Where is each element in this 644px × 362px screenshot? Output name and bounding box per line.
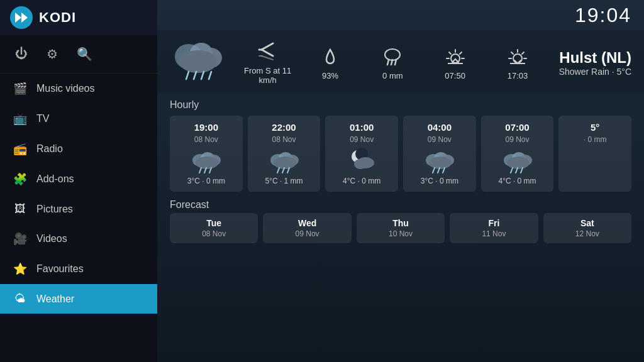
sunset-value: 17:03: [508, 71, 528, 80]
sidebar-item-radio[interactable]: 📻 Radio: [0, 134, 157, 164]
stat-rain: 0 mm: [364, 46, 421, 80]
forecast-date-2: 10 Nov: [389, 229, 413, 238]
hourly-time-5: 5°: [591, 122, 599, 133]
forecast-card-2[interactable]: Thu 10 Nov: [357, 213, 445, 243]
radio-icon: 📻: [13, 142, 28, 156]
hourly-card-5[interactable]: 5° · 0 mm: [558, 116, 631, 192]
forecast-day-1: Wed: [298, 218, 316, 228]
sidebar-item-weather[interactable]: 🌤 Weather: [0, 284, 157, 314]
stat-sunset: 17:03: [489, 46, 546, 80]
hourly-card-2[interactable]: 01:00 09 Nov 4°C · 0 mm: [325, 116, 398, 192]
hourly-card-1[interactable]: 22:00 08 Nov 5°C · 1 mm: [248, 116, 321, 192]
videos-icon: 🎥: [13, 232, 28, 246]
hourly-time-4: 07:00: [505, 122, 529, 133]
svg-point-62: [507, 156, 530, 169]
sidebar: KODI ⏻ ⚙ 🔍 🎬 Music videos 📺 TV 📻 Radio 🧩…: [0, 0, 157, 362]
hourly-card-3[interactable]: 04:00 09 Nov 3°C · 0 mm: [403, 116, 476, 192]
sidebar-label-weather: Weather: [36, 293, 74, 305]
hourly-card-0[interactable]: 19:00 08 Nov 3°C · 0 mm: [170, 116, 243, 192]
search-button[interactable]: 🔍: [77, 47, 92, 62]
forecast-date-0: 08 Nov: [202, 229, 226, 238]
sidebar-item-addons[interactable]: 🧩 Add-ons: [0, 164, 157, 194]
power-button[interactable]: ⏻: [15, 47, 28, 62]
svg-line-11: [262, 43, 273, 50]
sidebar-label-addons: Add-ons: [36, 173, 74, 185]
sidebar-label-pictures: Pictures: [36, 204, 73, 215]
sidebar-item-favourites[interactable]: ⭐ Favourites: [0, 254, 157, 284]
settings-button[interactable]: ⚙: [47, 47, 58, 62]
forecast-card-4[interactable]: Sat 12 Nov: [543, 213, 631, 243]
hourly-temp-2: 4°C · 0 mm: [343, 177, 380, 185]
svg-line-7: [186, 72, 189, 79]
forecast-day-4: Sat: [580, 218, 594, 228]
hourly-date-5: · 0 mm: [584, 135, 607, 144]
hourly-time-1: 22:00: [272, 122, 296, 133]
svg-line-8: [194, 72, 196, 79]
main-content: 19:04: [157, 0, 644, 362]
sidebar-item-music-videos[interactable]: 🎬 Music videos: [0, 74, 157, 104]
sidebar-item-pictures[interactable]: 🖼 Pictures: [0, 194, 157, 224]
svg-line-10: [209, 72, 211, 79]
rain-value: 0 mm: [382, 71, 403, 80]
forecast-day-2: Thu: [392, 218, 409, 228]
kodi-logo-icon: [10, 6, 33, 29]
weather-stats-row: From S at 11km/h 93% 0 mm: [236, 41, 549, 85]
forecast-card-1[interactable]: Wed 09 Nov: [263, 213, 351, 243]
hourly-temp-3: 3°C · 0 mm: [421, 177, 458, 185]
hourly-card-4[interactable]: 07:00 09 Nov 4°C · 0 mm: [481, 116, 554, 192]
current-weather-icon: [170, 36, 226, 89]
svg-line-38: [199, 168, 201, 173]
hourly-section-label: Hourly: [157, 94, 644, 113]
hourly-cards-container: 19:00 08 Nov 3°C · 0 mm 22:00 08 Nov: [157, 113, 644, 194]
forecast-card-3[interactable]: Fri 11 Nov: [450, 213, 538, 243]
music-videos-icon: 🎬: [13, 82, 28, 96]
hourly-date-2: 09 Nov: [350, 135, 374, 144]
main-nav: 🎬 Music videos 📺 TV 📻 Radio 🧩 Add-ons 🖼 …: [0, 74, 157, 362]
app-header: KODI: [0, 0, 157, 35]
forecast-day-3: Fri: [488, 218, 499, 228]
hourly-date-3: 09 Nov: [428, 135, 452, 144]
sidebar-label-tv: TV: [36, 113, 49, 124]
location-name: Hulst (NL): [559, 49, 631, 67]
sidebar-label-favourites: Favourites: [36, 263, 84, 275]
svg-point-37: [196, 156, 218, 169]
svg-line-12: [262, 50, 273, 56]
topbar: 19:04: [157, 0, 644, 30]
hourly-icon-4: [501, 146, 534, 174]
sidebar-toolbar: ⏻ ⚙ 🔍: [0, 35, 157, 74]
svg-line-14: [262, 56, 273, 60]
stat-sunrise: 07:50: [427, 46, 484, 80]
sidebar-label-radio: Radio: [36, 143, 63, 155]
forecast-date-3: 11 Nov: [482, 229, 506, 238]
svg-line-32: [522, 52, 524, 54]
hourly-date-1: 08 Nov: [272, 135, 296, 144]
hourly-icon-3: [423, 146, 456, 174]
svg-line-31: [511, 52, 513, 54]
sidebar-item-videos[interactable]: 🎥 Videos: [0, 224, 157, 254]
forecast-date-4: 12 Nov: [575, 229, 599, 238]
sidebar-item-tv[interactable]: 📺 TV: [0, 104, 157, 134]
svg-line-24: [449, 52, 451, 54]
forecast-day-0: Tue: [206, 218, 221, 228]
pictures-icon: 🖼: [13, 202, 28, 216]
svg-point-51: [354, 159, 367, 169]
hourly-temp-0: 3°C · 0 mm: [187, 177, 225, 185]
svg-line-9: [201, 72, 204, 79]
humidity-value: 93%: [322, 71, 338, 80]
svg-point-55: [429, 156, 452, 169]
svg-point-27: [513, 54, 522, 63]
svg-point-44: [274, 156, 296, 169]
forecast-card-0[interactable]: Tue 08 Nov: [170, 213, 258, 243]
addons-icon: 🧩: [13, 172, 28, 186]
weather-location: Hulst (NL) Shower Rain · 5°C: [559, 49, 631, 77]
sidebar-label-music-videos: Music videos: [36, 83, 94, 94]
stat-humidity: 93%: [302, 46, 358, 80]
current-weather-panel: From S at 11km/h 93% 0 mm: [157, 30, 644, 94]
hourly-time-0: 19:00: [194, 122, 218, 133]
wind-value: From S at 11km/h: [244, 66, 291, 85]
clock-display: 19:04: [575, 4, 631, 27]
forecast-date-1: 09 Nov: [296, 229, 319, 238]
tv-icon: 📺: [13, 112, 28, 126]
sunrise-value: 07:50: [445, 71, 465, 80]
favourites-icon: ⭐: [13, 262, 28, 276]
